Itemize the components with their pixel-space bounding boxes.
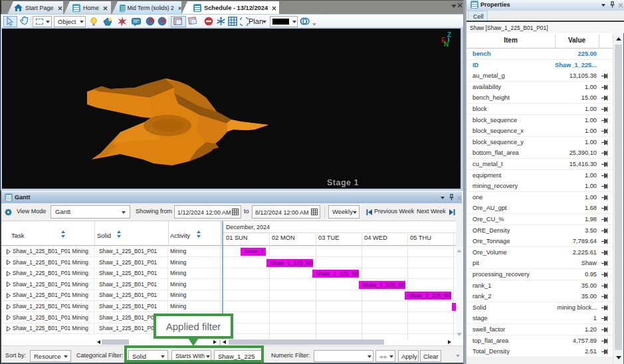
svg-text:Z: Z xyxy=(447,31,451,39)
svg-text:N: N xyxy=(444,41,449,48)
